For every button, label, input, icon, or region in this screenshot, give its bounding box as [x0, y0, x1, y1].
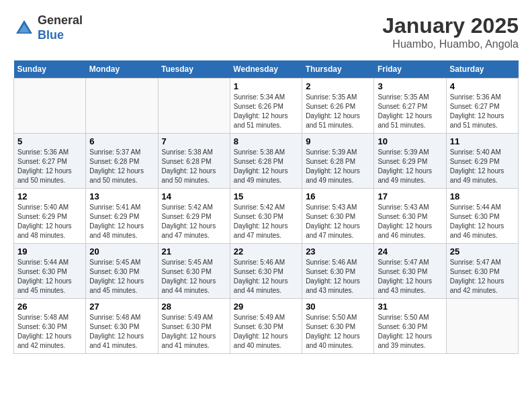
day-number: 23 [306, 246, 370, 257]
day-info: Sunrise: 5:44 AM Sunset: 6:30 PM Dayligh… [450, 203, 515, 240]
day-info: Sunrise: 5:36 AM Sunset: 6:27 PM Dayligh… [450, 93, 515, 130]
calendar-table: Sunday Monday Tuesday Wednesday Thursday… [13, 60, 519, 354]
day-info: Sunrise: 5:35 AM Sunset: 6:26 PM Dayligh… [306, 93, 370, 130]
day-number: 19 [17, 246, 82, 257]
day-number: 5 [17, 136, 82, 146]
day-number: 25 [450, 246, 515, 257]
day-number: 14 [162, 191, 226, 201]
day-number: 12 [17, 191, 82, 201]
title-block: January 2025 Huambo, Huambo, Angola [382, 13, 519, 50]
calendar-cell: 17Sunrise: 5:43 AM Sunset: 6:30 PM Dayli… [374, 189, 446, 244]
calendar-week-3: 12Sunrise: 5:40 AM Sunset: 6:29 PM Dayli… [14, 189, 519, 244]
day-info: Sunrise: 5:50 AM Sunset: 6:30 PM Dayligh… [378, 313, 442, 351]
day-info: Sunrise: 5:40 AM Sunset: 6:29 PM Dayligh… [450, 148, 515, 185]
header-monday: Monday [86, 60, 158, 79]
calendar-cell: 18Sunrise: 5:44 AM Sunset: 6:30 PM Dayli… [446, 189, 518, 244]
day-number: 21 [162, 246, 226, 257]
day-info: Sunrise: 5:46 AM Sunset: 6:30 PM Dayligh… [234, 258, 298, 295]
day-info: Sunrise: 5:48 AM Sunset: 6:30 PM Dayligh… [17, 313, 82, 351]
month-title: January 2025 [382, 13, 519, 38]
day-number: 29 [234, 302, 298, 312]
calendar-cell: 14Sunrise: 5:42 AM Sunset: 6:29 PM Dayli… [158, 189, 230, 244]
calendar-cell [446, 299, 518, 354]
day-info: Sunrise: 5:49 AM Sunset: 6:30 PM Dayligh… [234, 313, 298, 351]
calendar-cell: 31Sunrise: 5:50 AM Sunset: 6:30 PM Dayli… [374, 299, 446, 354]
day-number: 4 [450, 81, 515, 91]
calendar-cell: 10Sunrise: 5:39 AM Sunset: 6:29 PM Dayli… [374, 134, 446, 189]
calendar-cell: 5Sunrise: 5:36 AM Sunset: 6:27 PM Daylig… [14, 134, 86, 189]
day-number: 11 [450, 136, 515, 146]
header-saturday: Saturday [446, 60, 518, 79]
calendar-cell: 26Sunrise: 5:48 AM Sunset: 6:30 PM Dayli… [14, 299, 86, 354]
day-info: Sunrise: 5:42 AM Sunset: 6:29 PM Dayligh… [162, 203, 226, 240]
day-number: 31 [378, 302, 442, 312]
calendar-cell: 23Sunrise: 5:46 AM Sunset: 6:30 PM Dayli… [302, 244, 374, 299]
header-sunday: Sunday [14, 60, 86, 79]
day-number: 1 [234, 81, 298, 91]
day-info: Sunrise: 5:43 AM Sunset: 6:30 PM Dayligh… [306, 203, 370, 240]
day-info: Sunrise: 5:40 AM Sunset: 6:29 PM Dayligh… [17, 203, 82, 240]
calendar-cell: 11Sunrise: 5:40 AM Sunset: 6:29 PM Dayli… [446, 134, 518, 189]
day-info: Sunrise: 5:45 AM Sunset: 6:30 PM Dayligh… [162, 258, 226, 295]
day-number: 9 [306, 136, 370, 146]
calendar-cell: 22Sunrise: 5:46 AM Sunset: 6:30 PM Dayli… [230, 244, 302, 299]
header-wednesday: Wednesday [230, 60, 302, 79]
header-friday: Friday [374, 60, 446, 79]
calendar-header-row: Sunday Monday Tuesday Wednesday Thursday… [14, 60, 519, 79]
day-info: Sunrise: 5:43 AM Sunset: 6:30 PM Dayligh… [378, 203, 442, 240]
day-info: Sunrise: 5:36 AM Sunset: 6:27 PM Dayligh… [17, 148, 82, 185]
day-info: Sunrise: 5:37 AM Sunset: 6:28 PM Dayligh… [89, 148, 154, 185]
day-info: Sunrise: 5:45 AM Sunset: 6:30 PM Dayligh… [89, 258, 154, 295]
day-info: Sunrise: 5:39 AM Sunset: 6:29 PM Dayligh… [378, 148, 442, 185]
day-number: 2 [306, 81, 370, 91]
calendar-week-2: 5Sunrise: 5:36 AM Sunset: 6:27 PM Daylig… [14, 134, 519, 189]
day-number: 3 [378, 81, 442, 91]
calendar-cell: 29Sunrise: 5:49 AM Sunset: 6:30 PM Dayli… [230, 299, 302, 354]
day-info: Sunrise: 5:34 AM Sunset: 6:26 PM Dayligh… [234, 93, 298, 130]
calendar-cell: 3Sunrise: 5:35 AM Sunset: 6:27 PM Daylig… [374, 79, 446, 134]
calendar-cell: 28Sunrise: 5:49 AM Sunset: 6:30 PM Dayli… [158, 299, 230, 354]
calendar-week-5: 26Sunrise: 5:48 AM Sunset: 6:30 PM Dayli… [14, 299, 519, 354]
calendar-week-4: 19Sunrise: 5:44 AM Sunset: 6:30 PM Dayli… [14, 244, 519, 299]
page-header: General Blue January 2025 Huambo, Huambo… [13, 13, 519, 50]
logo-text: General Blue [38, 13, 83, 42]
calendar-cell: 13Sunrise: 5:41 AM Sunset: 6:29 PM Dayli… [86, 189, 158, 244]
day-info: Sunrise: 5:47 AM Sunset: 6:30 PM Dayligh… [378, 258, 442, 295]
calendar-cell: 4Sunrise: 5:36 AM Sunset: 6:27 PM Daylig… [446, 79, 518, 134]
calendar-cell: 8Sunrise: 5:38 AM Sunset: 6:28 PM Daylig… [230, 134, 302, 189]
calendar-cell: 2Sunrise: 5:35 AM Sunset: 6:26 PM Daylig… [302, 79, 374, 134]
day-number: 15 [234, 191, 298, 201]
calendar-cell: 24Sunrise: 5:47 AM Sunset: 6:30 PM Dayli… [374, 244, 446, 299]
calendar-cell: 30Sunrise: 5:50 AM Sunset: 6:30 PM Dayli… [302, 299, 374, 354]
day-info: Sunrise: 5:38 AM Sunset: 6:28 PM Dayligh… [162, 148, 226, 185]
day-number: 24 [378, 246, 442, 257]
calendar-cell [14, 79, 86, 134]
day-number: 6 [89, 136, 154, 146]
day-info: Sunrise: 5:41 AM Sunset: 6:29 PM Dayligh… [89, 203, 154, 240]
logo-icon [13, 17, 35, 39]
day-number: 17 [378, 191, 442, 201]
header-tuesday: Tuesday [158, 60, 230, 79]
logo: General Blue [13, 13, 83, 42]
day-info: Sunrise: 5:38 AM Sunset: 6:28 PM Dayligh… [234, 148, 298, 185]
day-info: Sunrise: 5:49 AM Sunset: 6:30 PM Dayligh… [162, 313, 226, 351]
calendar-cell: 7Sunrise: 5:38 AM Sunset: 6:28 PM Daylig… [158, 134, 230, 189]
calendar-cell: 20Sunrise: 5:45 AM Sunset: 6:30 PM Dayli… [86, 244, 158, 299]
day-number: 27 [89, 302, 154, 312]
calendar-cell: 1Sunrise: 5:34 AM Sunset: 6:26 PM Daylig… [230, 79, 302, 134]
day-number: 7 [162, 136, 226, 146]
calendar-cell: 9Sunrise: 5:39 AM Sunset: 6:28 PM Daylig… [302, 134, 374, 189]
day-number: 10 [378, 136, 442, 146]
day-info: Sunrise: 5:46 AM Sunset: 6:30 PM Dayligh… [306, 258, 370, 295]
calendar-cell: 15Sunrise: 5:42 AM Sunset: 6:30 PM Dayli… [230, 189, 302, 244]
day-info: Sunrise: 5:44 AM Sunset: 6:30 PM Dayligh… [17, 258, 82, 295]
calendar-cell: 19Sunrise: 5:44 AM Sunset: 6:30 PM Dayli… [14, 244, 86, 299]
day-info: Sunrise: 5:35 AM Sunset: 6:27 PM Dayligh… [378, 93, 442, 130]
day-info: Sunrise: 5:47 AM Sunset: 6:30 PM Dayligh… [450, 258, 515, 295]
calendar-cell: 12Sunrise: 5:40 AM Sunset: 6:29 PM Dayli… [14, 189, 86, 244]
day-info: Sunrise: 5:42 AM Sunset: 6:30 PM Dayligh… [234, 203, 298, 240]
day-number: 20 [89, 246, 154, 257]
calendar-cell: 25Sunrise: 5:47 AM Sunset: 6:30 PM Dayli… [446, 244, 518, 299]
location-subtitle: Huambo, Huambo, Angola [382, 38, 519, 50]
day-number: 16 [306, 191, 370, 201]
